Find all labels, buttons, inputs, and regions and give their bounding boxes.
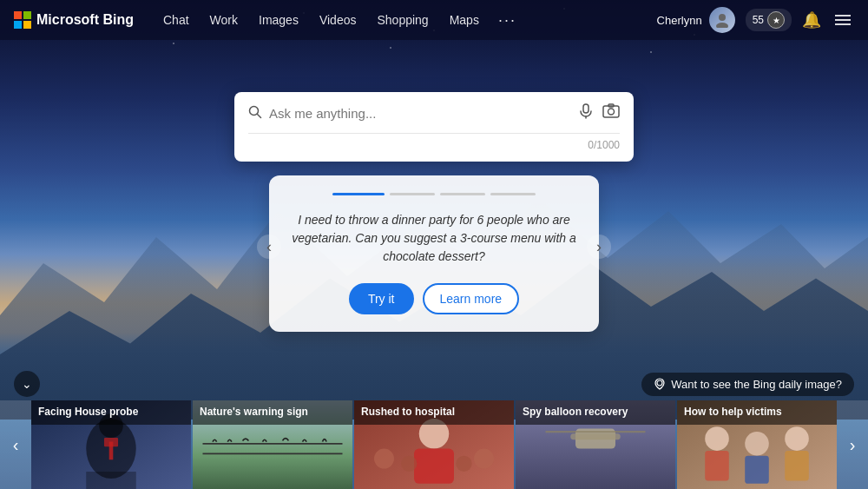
user-avatar bbox=[709, 7, 735, 33]
nav-shopping[interactable]: Shopping bbox=[368, 10, 437, 30]
nav-more-icon[interactable]: ··· bbox=[491, 8, 523, 33]
learn-more-button[interactable]: Learn more bbox=[423, 283, 520, 314]
avatar-icon bbox=[714, 12, 730, 28]
camera-search-icon[interactable] bbox=[602, 102, 620, 124]
suggestion-text: I need to throw a dinner party for 6 peo… bbox=[290, 211, 578, 266]
svg-point-5 bbox=[716, 23, 728, 28]
svg-rect-18 bbox=[86, 472, 136, 489]
svg-point-41 bbox=[785, 426, 809, 451]
svg-rect-10 bbox=[603, 106, 619, 117]
menu-icon[interactable] bbox=[832, 11, 854, 29]
svg-rect-38 bbox=[705, 451, 729, 481]
location-icon bbox=[654, 378, 666, 390]
news-prev-button[interactable]: ‹ bbox=[0, 400, 31, 489]
news-card-4[interactable]: How to help victims bbox=[677, 400, 837, 489]
search-divider bbox=[248, 133, 620, 134]
microsoft-logo-icon bbox=[14, 11, 31, 29]
navbar-right: Cherlynn 55 ★ 🔔 bbox=[657, 7, 854, 33]
brand-name: Microsoft Bing bbox=[36, 12, 134, 28]
notifications-icon[interactable]: 🔔 bbox=[802, 10, 821, 30]
svg-point-29 bbox=[474, 449, 494, 469]
bottom-controls: ⌄ Want to see the Bing daily image? bbox=[0, 366, 868, 400]
reward-icon: ★ bbox=[767, 11, 785, 29]
svg-point-31 bbox=[456, 456, 471, 472]
news-card-1[interactable]: Nature's warning sign bbox=[193, 400, 352, 489]
nav-maps[interactable]: Maps bbox=[441, 10, 488, 30]
scroll-down-button[interactable]: ⌄ bbox=[14, 371, 40, 397]
try-it-button[interactable]: Try it bbox=[349, 283, 414, 314]
microphone-icon[interactable] bbox=[578, 103, 594, 123]
reward-count: 55 bbox=[753, 14, 764, 26]
nav-images[interactable]: Images bbox=[250, 10, 307, 30]
svg-point-13 bbox=[657, 380, 662, 386]
svg-rect-34 bbox=[570, 433, 621, 439]
news-card-0[interactable]: Facing House probe bbox=[31, 400, 191, 489]
news-card-title-3: Spy balloon recovery bbox=[516, 400, 675, 425]
logo[interactable]: Microsoft Bing bbox=[14, 11, 134, 29]
svg-rect-40 bbox=[745, 456, 769, 484]
suggestion-card-wrap: I need to throw a dinner party for 6 peo… bbox=[269, 162, 599, 332]
news-strip: ‹ Facing Ho bbox=[0, 400, 868, 489]
reward-badge[interactable]: 55 ★ bbox=[746, 9, 792, 31]
news-card-2[interactable]: Rushed to hospital bbox=[354, 400, 514, 489]
svg-point-11 bbox=[608, 109, 615, 115]
svg-rect-27 bbox=[414, 449, 454, 484]
news-card-title-1: Nature's warning sign bbox=[193, 400, 352, 425]
main-content: 0/1000 I need to throw a dinner party fo… bbox=[0, 40, 868, 332]
svg-point-28 bbox=[374, 449, 394, 469]
user-profile[interactable]: Cherlynn bbox=[657, 7, 735, 33]
news-next-button[interactable]: › bbox=[837, 400, 868, 489]
navbar: Microsoft Bing Chat Work Images Videos S… bbox=[0, 0, 868, 40]
svg-rect-42 bbox=[785, 451, 809, 481]
search-input-row bbox=[248, 102, 620, 124]
news-card-title-4: How to help victims bbox=[677, 400, 837, 425]
search-input[interactable] bbox=[269, 106, 571, 121]
svg-rect-2 bbox=[14, 21, 22, 29]
suggestion-prev-button[interactable]: ‹ bbox=[257, 235, 281, 259]
daily-image-button[interactable]: Want to see the Bing daily image? bbox=[641, 373, 854, 396]
user-name: Cherlynn bbox=[657, 14, 702, 27]
dot-3 bbox=[440, 193, 485, 195]
search-box: 0/1000 bbox=[234, 92, 634, 162]
suggestion-card: I need to throw a dinner party for 6 peo… bbox=[269, 175, 599, 332]
nav-work[interactable]: Work bbox=[201, 10, 247, 30]
nav-chat[interactable]: Chat bbox=[155, 10, 198, 30]
news-cards: Facing House probe bbox=[31, 400, 837, 489]
suggestion-actions: Try it Learn more bbox=[290, 283, 578, 314]
suggestion-next-button[interactable]: › bbox=[587, 235, 611, 259]
bottom-bar: ⌄ Want to see the Bing daily image? ‹ bbox=[0, 366, 868, 489]
svg-point-37 bbox=[705, 426, 729, 451]
search-right-icons bbox=[578, 102, 620, 124]
news-card-title-2: Rushed to hospital bbox=[354, 400, 514, 425]
svg-rect-8 bbox=[583, 104, 589, 113]
svg-rect-20 bbox=[104, 438, 118, 446]
dot-4 bbox=[490, 193, 536, 195]
svg-line-7 bbox=[258, 114, 261, 117]
dot-2 bbox=[390, 193, 435, 195]
svg-point-30 bbox=[401, 456, 417, 472]
nav-videos[interactable]: Videos bbox=[311, 10, 365, 30]
news-card-3[interactable]: Spy balloon recovery bbox=[516, 400, 675, 489]
svg-point-39 bbox=[745, 432, 769, 456]
daily-image-label: Want to see the Bing daily image? bbox=[671, 378, 842, 391]
svg-point-4 bbox=[719, 14, 726, 21]
dot-1 bbox=[332, 193, 385, 195]
news-card-title-0: Facing House probe bbox=[31, 400, 191, 425]
svg-rect-0 bbox=[14, 11, 22, 19]
svg-rect-1 bbox=[23, 11, 31, 19]
search-icon bbox=[248, 105, 262, 122]
svg-rect-3 bbox=[23, 21, 31, 29]
progress-indicator bbox=[290, 193, 578, 195]
nav-links: Chat Work Images Videos Shopping Maps ··… bbox=[155, 8, 657, 33]
char-count: 0/1000 bbox=[248, 139, 620, 151]
